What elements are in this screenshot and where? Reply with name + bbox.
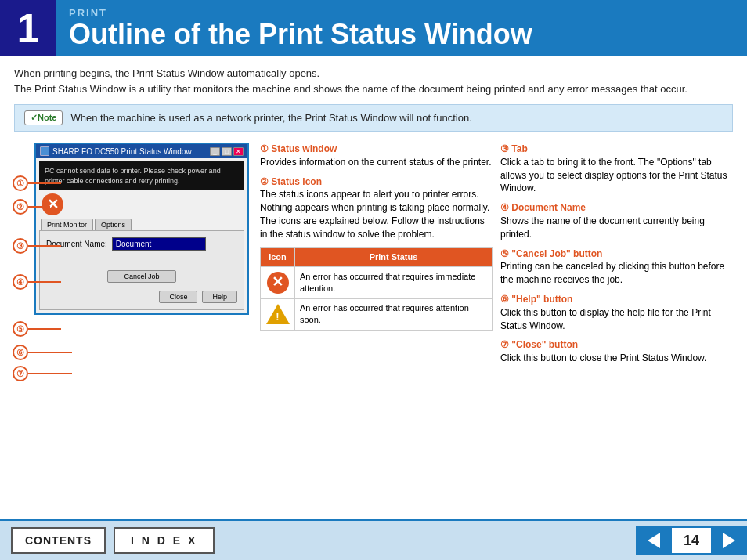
annotation-item-3: ③ Tab Click a tab to bring it to the fro… <box>500 143 733 195</box>
annot-title-7: "Close" button <box>511 339 578 350</box>
annotation-item-1: ① Status window Provides information on … <box>260 143 493 169</box>
icon-table-cell-error: ✕ <box>261 266 295 298</box>
callout-3: ③ <box>13 238 28 254</box>
icon-table-header-icon: Icon <box>261 247 295 266</box>
annotation-item-4: ④ Document Name Shows the name of the do… <box>500 201 733 240</box>
annot-title-6: "Help" button <box>511 294 572 305</box>
prev-arrow-icon <box>648 533 660 548</box>
annot-body-3: Click a tab to bring it to the front. Th… <box>500 157 727 194</box>
print-monitor-tab[interactable]: Print Monitor <box>41 219 93 230</box>
note-text: When the machine is used as a network pr… <box>70 112 471 124</box>
annot-num-5: ⑤ <box>500 248 509 259</box>
annot-body-4: Shows the name of the document currently… <box>500 215 705 240</box>
next-arrow-icon <box>723 533 735 548</box>
annot-title-5: "Cancel Job" button <box>511 248 602 259</box>
prev-page-button[interactable] <box>636 526 672 555</box>
annot-num-4: ④ <box>500 202 509 213</box>
close-button[interactable]: Close <box>159 291 197 303</box>
icon-table-cell-warn: ! <box>261 298 295 330</box>
annot-num-2: ② <box>260 176 269 187</box>
footer: CONTENTS I N D E X 14 <box>0 519 747 560</box>
cancel-job-button[interactable]: Cancel Job <box>107 270 175 283</box>
callout-7: ⑦ <box>13 366 28 381</box>
annotation-item-7: ⑦ "Close" button Click this button to cl… <box>500 338 733 365</box>
annot-num-7: ⑦ <box>500 339 509 350</box>
next-page-button[interactable] <box>711 526 747 555</box>
callout-5: ⑤ <box>13 321 28 337</box>
callout-6: ⑥ <box>13 345 28 360</box>
icon-table-header-status: Print Status <box>295 247 493 266</box>
annotation-right-col: ③ Tab Click a tab to bring it to the fro… <box>500 143 733 371</box>
annot-body-5: Printing can be canceled by clicking thi… <box>500 261 724 285</box>
callout-1: ① <box>13 175 28 191</box>
window-titlebar: SHARP FO DC550 Print Status Window _ □ ✕ <box>36 144 247 158</box>
annot-title-4: Document Name <box>511 202 586 213</box>
callout-2: ② <box>13 199 28 215</box>
note-label: ✓Note <box>24 110 63 125</box>
window-form-area: Document Name: Document Cancel Job Close… <box>39 230 244 310</box>
help-button[interactable]: Help <box>202 291 237 303</box>
callout-4: ④ <box>13 274 28 290</box>
doc-value-input[interactable]: Document <box>112 237 206 251</box>
annot-body-1: Provides information on the current stat… <box>260 157 492 168</box>
icon-table-cell-warn-text: An error has occurred that requires atte… <box>295 298 493 330</box>
chapter-number: 1 <box>0 0 56 56</box>
annot-title-3: Tab <box>511 143 527 154</box>
win-close-btn[interactable]: ✕ <box>233 147 244 156</box>
annotation-item-2: ② Status icon The status icons appear to… <box>260 175 493 241</box>
annot-num-1: ① <box>260 143 269 154</box>
window-error-area: PC cannot send data to printer. Please c… <box>39 161 244 190</box>
page-number: 14 <box>672 526 711 555</box>
annotation-left-col: ① Status window Provides information on … <box>260 143 493 371</box>
annot-title-1: Status window <box>271 143 337 154</box>
icon-status-table: Icon Print Status ✕ An error has occurre… <box>260 247 493 331</box>
annot-num-3: ③ <box>500 143 509 154</box>
page-title: Outline of the Print Status Window <box>69 19 532 50</box>
annot-body-7: Click this button to close the Print Sta… <box>500 352 706 363</box>
annot-title-2: Status icon <box>271 176 322 187</box>
annot-body-6: Click this button to display the help fi… <box>500 307 711 331</box>
options-tab[interactable]: Options <box>95 219 132 230</box>
annot-num-6: ⑥ <box>500 294 509 305</box>
annot-body-2: The status icons appear to alert you to … <box>260 189 489 239</box>
status-error-icon: ✕ <box>42 193 63 215</box>
doc-label: Document Name: <box>46 240 107 248</box>
page-header: 1 PRINT Outline of the Print Status Wind… <box>0 0 747 56</box>
index-button[interactable]: I N D E X <box>114 527 215 554</box>
note-box: ✓Note When the machine is used as a netw… <box>14 104 733 132</box>
annotation-item-5: ⑤ "Cancel Job" button Printing can be ca… <box>500 247 733 287</box>
win-minimize-btn[interactable]: _ <box>210 147 220 156</box>
contents-button[interactable]: CONTENTS <box>11 527 106 554</box>
print-label: PRINT <box>69 7 532 19</box>
intro-text: When printing begins, the Print Status W… <box>14 66 733 96</box>
screenshot-area: ① ② ③ ④ ⑤ ⑥ ⑦ <box>14 143 249 315</box>
icon-table-cell-error-text: An error has occurred that requires imme… <box>295 266 493 298</box>
annotation-item-6: ⑥ "Help" button Click this button to dis… <box>500 293 733 332</box>
win-maximize-btn[interactable]: □ <box>222 147 232 156</box>
window-mockup: SHARP FO DC550 Print Status Window _ □ ✕… <box>34 143 249 315</box>
